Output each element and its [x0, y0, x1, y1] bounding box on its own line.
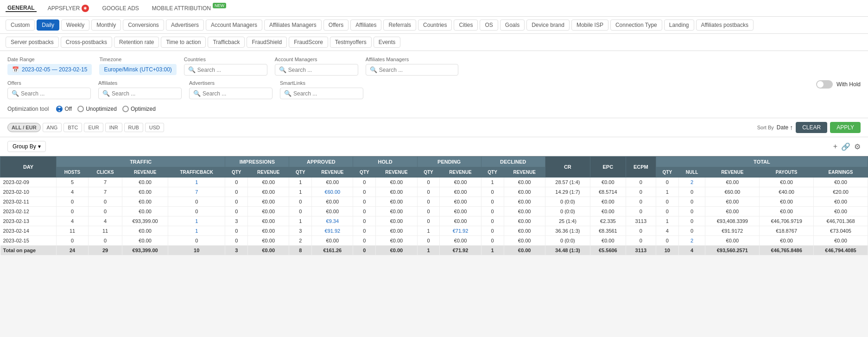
- tab-affiliates[interactable]: Affiliates: [350, 19, 381, 31]
- radio-off[interactable]: Off: [56, 106, 72, 112]
- countries-search[interactable]: 🔍: [184, 64, 267, 76]
- group-declined: DECLINED: [481, 157, 545, 167]
- share-icon[interactable]: 🔗: [841, 142, 850, 151]
- offers-input[interactable]: [21, 90, 87, 97]
- smartlinks-search[interactable]: 🔍: [280, 88, 363, 99]
- group-by-button[interactable]: Group By ▾: [7, 141, 46, 152]
- advertisers-search[interactable]: 🔍: [189, 88, 272, 99]
- countries-group: Countries 🔍: [184, 57, 267, 76]
- currency-eur[interactable]: EUR: [84, 123, 103, 132]
- tab-daily[interactable]: Daily: [37, 19, 59, 31]
- tab-offers[interactable]: Offers: [323, 19, 348, 31]
- account-managers-input[interactable]: [288, 67, 354, 73]
- tab-affiliates-managers[interactable]: Affiliates Managers: [264, 19, 322, 31]
- apply-button[interactable]: APPLY: [830, 122, 861, 133]
- cell-decl-qty: 0: [481, 226, 504, 236]
- tab-affiliates-postbacks[interactable]: Affiliates postbacks: [696, 19, 754, 31]
- tab-weekly[interactable]: Weekly: [61, 19, 89, 31]
- smartlinks-input[interactable]: [293, 90, 359, 97]
- cell-pend-rev: €71.92: [440, 226, 481, 236]
- tab-fraudshield[interactable]: FraudShield: [247, 37, 287, 48]
- col-pend-qty: QTY: [417, 167, 440, 178]
- group-by-row: Group By ▾ + 🔗 ⚙: [0, 137, 868, 156]
- cell-revenue: €0.00: [122, 197, 168, 207]
- cell-pend-qty: 0: [417, 207, 440, 216]
- cell-hold-qty: 0: [353, 197, 376, 207]
- tab-testmyoffers[interactable]: Testmyoffers: [330, 37, 372, 48]
- app-rev-link[interactable]: €60.00: [325, 189, 341, 195]
- with-hold-toggle[interactable]: [816, 80, 833, 89]
- tab-connection-type[interactable]: Connection Type: [610, 19, 662, 31]
- account-managers-search[interactable]: 🔍: [275, 64, 358, 76]
- tab-advertisers[interactable]: Advertisers: [166, 19, 204, 31]
- trafficback-link[interactable]: 1: [195, 228, 198, 234]
- tab-retention-rate[interactable]: Retention rate: [114, 37, 159, 48]
- cell-earnings: €20.00: [814, 187, 868, 197]
- cell-decl-qty: 0: [481, 207, 504, 216]
- tab-account-managers[interactable]: Account Managers: [206, 19, 262, 31]
- clear-button[interactable]: CLEAR: [796, 122, 827, 133]
- sort-arrow-icon[interactable]: ↑: [790, 124, 793, 131]
- affiliates-input[interactable]: [112, 90, 177, 97]
- null-link[interactable]: 2: [691, 179, 693, 185]
- currency-btc[interactable]: BTC: [63, 123, 82, 132]
- cell-pend-rev: €0.00: [440, 207, 481, 216]
- cell-hold-qty: 0: [353, 187, 376, 197]
- date-range-picker[interactable]: 📅 2023-02-05 — 2023-02-15: [7, 64, 92, 75]
- nav-general[interactable]: GENERAL: [6, 5, 37, 12]
- tab-cross-postbacks[interactable]: Cross-postbacks: [61, 37, 112, 48]
- currency-all-eur[interactable]: ALL / EUR: [7, 123, 41, 132]
- tab-landing[interactable]: Landing: [664, 19, 694, 31]
- affiliates-search[interactable]: 🔍: [98, 88, 182, 99]
- nav-mobile-attribution[interactable]: MOBILE ATTRIBUTION NEW: [150, 5, 228, 12]
- tab-time-to-action[interactable]: Time to action: [161, 37, 206, 48]
- cell-earnings: €73.0405: [814, 226, 868, 236]
- advertisers-input[interactable]: [203, 90, 268, 97]
- cell-imp-rev: €0.00: [248, 226, 289, 236]
- trafficback-link[interactable]: 7: [195, 189, 198, 195]
- tab-cities[interactable]: Cities: [454, 19, 478, 31]
- cell-app-qty: 1: [289, 178, 312, 187]
- tab-custom[interactable]: Custom: [6, 19, 35, 31]
- tab-monthly[interactable]: Monthly: [91, 19, 121, 31]
- nav-appsflyer[interactable]: APPSFLYER ✱: [46, 5, 91, 12]
- trafficback-link[interactable]: 1: [195, 218, 198, 224]
- tab-goals[interactable]: Goals: [500, 19, 525, 31]
- countries-input[interactable]: [197, 67, 263, 73]
- tab-server-postbacks[interactable]: Server postbacks: [6, 37, 59, 48]
- null-link[interactable]: 2: [691, 238, 693, 243]
- affiliates-managers-search[interactable]: 🔍: [366, 64, 458, 76]
- add-column-icon[interactable]: +: [833, 142, 837, 151]
- timezone-select[interactable]: Europe/Minsk (UTC+03:00): [99, 64, 176, 75]
- tab-fraudscore[interactable]: FraudScore: [289, 37, 328, 48]
- table-row: 2023-02-11 0 0 €0.00 0 0 €0.00 0 €0.00 0…: [0, 197, 868, 207]
- affiliates-managers-input[interactable]: [379, 67, 454, 73]
- tab-countries[interactable]: Countries: [418, 19, 452, 31]
- offers-search[interactable]: 🔍: [7, 88, 91, 99]
- settings-icon[interactable]: ⚙: [854, 142, 861, 151]
- trafficback-link[interactable]: 1: [195, 179, 198, 185]
- tab-trafficback[interactable]: Trafficback: [208, 37, 245, 48]
- currency-usd[interactable]: USD: [145, 123, 164, 132]
- app-rev-link[interactable]: €9.34: [326, 218, 339, 224]
- nav-google-ads[interactable]: GOOGLE ADS: [100, 5, 140, 12]
- tab-device-brand[interactable]: Device brand: [526, 19, 570, 31]
- tab-events[interactable]: Events: [374, 37, 401, 48]
- cell-day: 2023-02-12: [0, 207, 57, 216]
- tab-referrals[interactable]: Referrals: [383, 19, 416, 31]
- currency-inr[interactable]: INR: [105, 123, 122, 132]
- tab-conversions[interactable]: Conversions: [123, 19, 164, 31]
- app-rev-link[interactable]: €91.92: [325, 228, 341, 234]
- optimization-row: Optimization tool Off Unoptimized Optimi…: [7, 104, 861, 112]
- tab-os[interactable]: OS: [480, 19, 498, 31]
- radio-unoptimized[interactable]: Unoptimized: [77, 106, 117, 112]
- cell-trafficback: 1: [168, 178, 225, 187]
- radio-optimized[interactable]: Optimized: [122, 106, 156, 112]
- cell-decl-qty: 1: [481, 178, 504, 187]
- cell-trafficback: 0: [168, 236, 225, 246]
- cell-tot-qty: 1: [656, 216, 678, 226]
- cell-trafficback: 1: [168, 226, 225, 236]
- tab-mobile-isp[interactable]: Mobile ISP: [571, 19, 608, 31]
- currency-rub[interactable]: RUB: [124, 123, 143, 132]
- currency-ang[interactable]: ANG: [43, 123, 62, 132]
